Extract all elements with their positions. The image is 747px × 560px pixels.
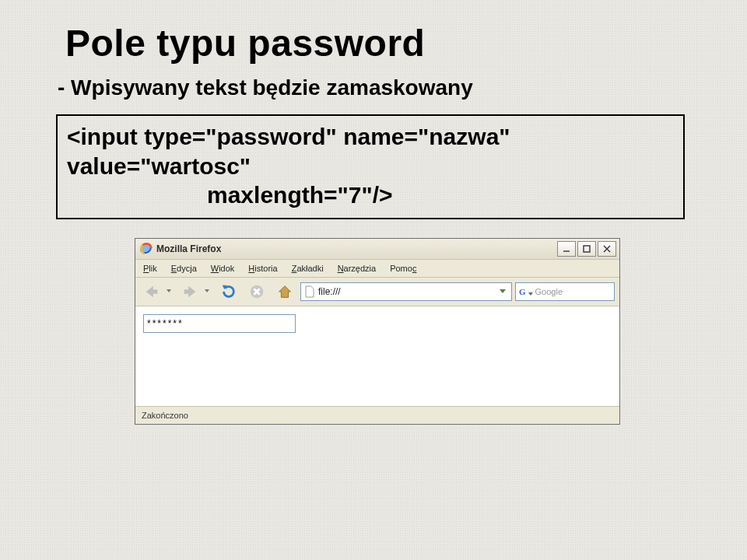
menu-widok[interactable]: Widok [208,262,238,275]
menu-edycja[interactable]: Edycja [168,262,200,275]
menu-bar: Plik Edycja Widok Historia Zakładki Narz… [135,260,619,278]
status-text: Zakończono [142,411,188,420]
reload-button[interactable] [216,280,241,303]
slide-title: Pole typu password [65,22,700,65]
code-example-box: <input type="password" name="nazwa" valu… [56,114,685,219]
back-button[interactable] [140,280,175,303]
slide-bullet: - Wpisywany tekst będzie zamaskowany [58,75,700,100]
password-field[interactable] [143,314,296,333]
menu-zakladki[interactable]: Zakładki [289,262,327,275]
close-button[interactable] [598,241,616,257]
window-title: Mozilla Firefox [156,243,557,254]
svg-rect-0 [584,246,590,252]
search-placeholder: Google [535,287,563,296]
window-buttons [557,241,616,257]
browser-window: Mozilla Firefox Plik Edycja W [135,238,620,425]
forward-button[interactable] [178,280,213,303]
menu-pomoc[interactable]: Pomoc [387,262,419,275]
menu-plik[interactable]: Plik [140,262,160,275]
status-bar: Zakończono [135,406,619,424]
code-line-2: maxlength="7"/> [67,180,675,210]
navigation-toolbar: file:/// G Google [135,278,619,306]
menu-historia[interactable]: Historia [245,262,280,275]
slide: Pole typu password - Wpisywany tekst będ… [0,0,747,560]
code-line-1: <input type="password" name="nazwa" valu… [67,122,675,180]
home-button[interactable] [272,280,297,303]
url-bar[interactable]: file:/// [300,282,512,301]
search-engine-dropdown-icon[interactable] [528,285,533,299]
url-text: file:/// [318,286,494,297]
search-engine-icon: G [519,287,526,296]
stop-button[interactable] [244,280,269,303]
search-box[interactable]: G Google [515,282,615,301]
page-icon [304,285,315,298]
url-dropdown-icon[interactable] [497,286,508,297]
minimize-button[interactable] [557,241,576,257]
menu-narzedzia[interactable]: Narzędzia [335,262,380,275]
firefox-icon [140,243,153,255]
page-content [135,306,619,406]
window-titlebar: Mozilla Firefox [135,239,619,260]
maximize-button[interactable] [577,241,596,257]
